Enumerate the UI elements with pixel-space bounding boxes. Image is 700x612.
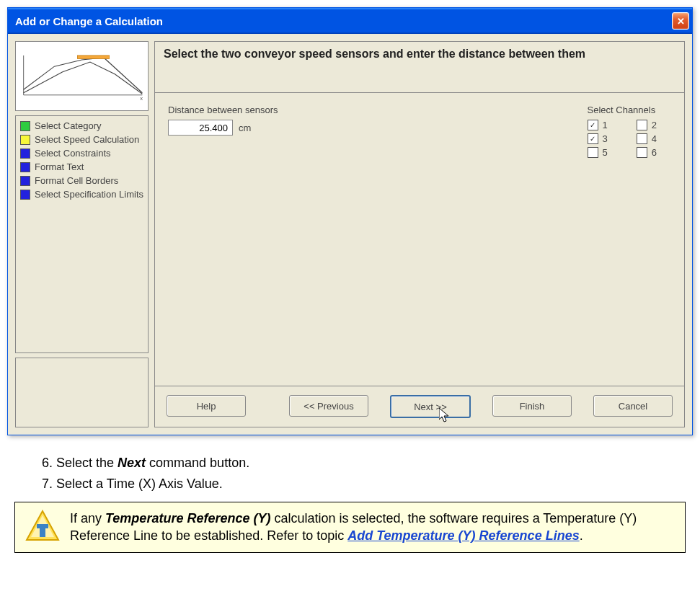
close-icon: ✕ — [677, 16, 685, 27]
nav-item-select-specification-limits[interactable]: Select Specification Limits — [20, 187, 143, 201]
nav-label: Select Category — [35, 120, 102, 131]
cancel-button[interactable]: Cancel — [593, 395, 673, 417]
channel-number: 3 — [603, 133, 608, 144]
next-button[interactable]: Next >> — [390, 395, 471, 418]
distance-unit: cm — [239, 123, 251, 133]
titlebar: Add or Change a Calculation ✕ — [8, 8, 692, 34]
step-7: Select a Time (X) Axis Value. — [56, 476, 664, 492]
channel-number: 2 — [652, 120, 657, 130]
note-text: If any Temperature Reference (Y) calcula… — [70, 510, 675, 545]
step-bold: Next — [118, 456, 146, 470]
dialog-body: x Select Category Select Speed Calculati… — [8, 34, 692, 435]
help-button[interactable]: Help — [167, 395, 246, 417]
preview-graphic: x — [16, 42, 148, 110]
svg-text:x: x — [140, 95, 143, 102]
swatch-icon — [20, 135, 30, 145]
right-column: Select the two conveyor speed sensors an… — [154, 41, 685, 427]
chart-preview: x — [15, 41, 149, 111]
swatch-icon — [20, 148, 30, 159]
checkbox-icon — [588, 147, 598, 158]
svg-rect-8 — [37, 524, 48, 528]
button-row: Help << Previous Next >> Finish Cancel — [154, 386, 685, 427]
swatch-icon — [20, 121, 30, 131]
channel-number: 1 — [603, 120, 608, 130]
channel-4[interactable]: 4 — [637, 133, 657, 144]
left-column: x Select Category Select Speed Calculati… — [15, 41, 149, 427]
channel-2[interactable]: 2 — [637, 120, 657, 130]
step-text: Select a Time (X) Axis Value. — [56, 476, 223, 491]
close-button[interactable]: ✕ — [672, 12, 689, 30]
svg-rect-3 — [77, 56, 109, 59]
channel-5[interactable]: 5 — [588, 147, 608, 158]
nav-item-format-cell-borders[interactable]: Format Cell Borders — [20, 174, 143, 187]
channel-1[interactable]: ✓ 1 — [588, 120, 608, 130]
nav-label: Format Cell Borders — [35, 175, 118, 186]
distance-input[interactable] — [168, 120, 233, 136]
step-6: Select the Next command button. — [56, 456, 664, 471]
step-text: Select the — [56, 456, 118, 470]
note-part: If any — [70, 511, 105, 525]
wizard-step-list: Select Category Select Speed Calculation… — [15, 115, 149, 353]
nav-label: Select Specification Limits — [35, 189, 143, 200]
nav-label: Format Text — [35, 161, 84, 172]
nav-item-select-constraints[interactable]: Select Constraints — [20, 146, 143, 160]
checkbox-icon: ✓ — [588, 120, 598, 130]
nav-item-format-text[interactable]: Format Text — [20, 160, 143, 174]
distance-section: Distance between sensors cm — [168, 105, 278, 374]
swatch-icon — [20, 176, 30, 186]
checkbox-icon — [637, 147, 647, 158]
note-bold: Temperature Reference (Y) — [105, 511, 270, 525]
nav-label: Select Speed Calculation — [35, 134, 139, 145]
tip-icon — [25, 510, 60, 544]
instruction-text: Select the two conveyor speed sensors an… — [154, 41, 685, 93]
distance-label: Distance between sensors — [168, 105, 278, 115]
content-panel: Distance between sensors cm Select Chann… — [154, 93, 685, 386]
finish-button[interactable]: Finish — [492, 395, 572, 417]
channels-section: Select Channels ✓ 1 2 ✓ 3 — [588, 105, 657, 374]
channels-grid: ✓ 1 2 ✓ 3 4 — [588, 120, 657, 158]
channels-label: Select Channels — [588, 105, 657, 115]
channel-number: 6 — [652, 147, 657, 158]
calculation-dialog: Add or Change a Calculation ✕ x Select — [7, 7, 693, 435]
reference-link[interactable]: Add Temperature (Y) Reference Lines — [347, 528, 579, 543]
swatch-icon — [20, 190, 30, 200]
dialog-title: Add or Change a Calculation — [15, 15, 163, 27]
swatch-icon — [20, 162, 30, 172]
tip-note: If any Temperature Reference (Y) calcula… — [14, 502, 686, 553]
instruction-steps: Select the Next command button. Select a… — [7, 456, 693, 492]
channel-number: 5 — [603, 147, 608, 158]
previous-button[interactable]: << Previous — [289, 395, 368, 417]
description-panel — [15, 358, 149, 427]
checkbox-icon — [637, 133, 647, 144]
distance-input-row: cm — [168, 120, 278, 136]
checkbox-icon: ✓ — [588, 133, 598, 144]
checkbox-icon — [637, 120, 647, 130]
nav-item-select-category[interactable]: Select Category — [20, 119, 143, 133]
channel-3[interactable]: ✓ 3 — [588, 133, 608, 144]
step-text: command button. — [146, 456, 249, 470]
svg-rect-7 — [40, 527, 45, 537]
channel-number: 4 — [652, 133, 657, 144]
channel-6[interactable]: 6 — [637, 147, 657, 158]
note-part: . — [580, 528, 583, 543]
nav-label: Select Constraints — [35, 148, 111, 159]
nav-item-select-speed-calculation[interactable]: Select Speed Calculation — [20, 133, 143, 146]
